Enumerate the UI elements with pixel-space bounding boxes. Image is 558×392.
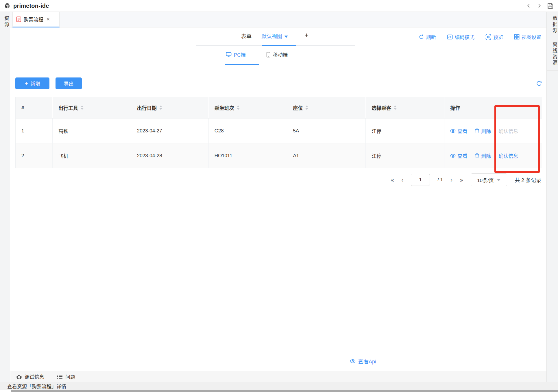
horizontal-scrollbar[interactable] xyxy=(11,390,558,392)
tab-mobile[interactable]: 移动端 xyxy=(266,51,288,58)
tab-default-view-label: 默认视图 xyxy=(261,34,282,39)
device-tab-bar: PC端 移动端 xyxy=(10,46,546,65)
cell-operations: 查看 删除 确认信息 xyxy=(444,143,542,168)
cell-index: 1 xyxy=(16,119,53,143)
delete-row-label: 删除 xyxy=(481,152,491,159)
first-page-button[interactable]: « xyxy=(391,177,394,183)
history-forward-icon[interactable] xyxy=(536,3,542,9)
tab-default-view[interactable]: 默认视图 xyxy=(261,32,288,40)
left-sidebar: 资源 xyxy=(0,12,10,382)
primeton-logo-icon xyxy=(4,2,11,9)
table-row: 2 飞机 2023-04-28 HO1011 A1 江停 查看 删除 确认信息 xyxy=(16,143,542,168)
sidebar-item-resources[interactable]: 资源 xyxy=(0,12,10,32)
tab-pc-label: PC端 xyxy=(234,51,246,58)
problems-button[interactable]: 问题 xyxy=(57,373,75,380)
cell-date: 2023-04-28 xyxy=(131,143,209,168)
cell-operations: 查看 删除 确认信息 xyxy=(444,119,542,143)
column-header-seat[interactable]: 座位 xyxy=(287,97,366,118)
debug-info-button[interactable]: 调试信息 xyxy=(16,373,44,380)
column-header-date[interactable]: 出行日期 xyxy=(131,97,209,118)
cell-passenger: 江停 xyxy=(366,119,444,143)
device-tab-active-indicator xyxy=(225,64,259,65)
view-toolbar: 表单 默认视图 + 刷新 编码模式 预览 视图设置 xyxy=(10,27,546,46)
total-pages-label: / 1 xyxy=(437,177,443,183)
column-header-label: 座位 xyxy=(293,104,303,111)
sort-icon[interactable] xyxy=(394,106,397,110)
delete-row-label: 删除 xyxy=(481,127,491,134)
editor-tab-label: 购票流程 xyxy=(24,16,43,23)
save-icon[interactable] xyxy=(547,2,554,10)
delete-row-button[interactable]: 删除 xyxy=(475,127,491,134)
view-api-label: 查看Api xyxy=(358,357,376,365)
page-number-input[interactable] xyxy=(411,174,430,186)
column-header-label: 出行日期 xyxy=(137,104,157,111)
add-view-button[interactable]: + xyxy=(305,32,308,39)
confirm-info-button-disabled: 确认信息 xyxy=(498,127,518,134)
column-header-operations: 操作 xyxy=(444,97,542,118)
view-row-button[interactable]: 查看 xyxy=(450,127,467,134)
refresh-icon xyxy=(419,34,424,40)
view-settings-label: 视图设置 xyxy=(522,33,541,40)
confirm-info-button[interactable]: 确认信息 xyxy=(498,152,518,159)
view-settings-button[interactable]: 视图设置 xyxy=(514,33,541,40)
cell-trip: G28 xyxy=(209,119,287,143)
sidebar-item-offline-resources[interactable]: 离线资源 xyxy=(547,38,558,71)
code-mode-button[interactable]: 编码模式 xyxy=(447,33,474,40)
prev-page-button[interactable]: ‹ xyxy=(402,177,404,183)
pagination: « ‹ / 1 › » 10条/页 共 2 条记录 xyxy=(391,173,541,186)
refresh-button[interactable]: 刷新 xyxy=(419,33,436,40)
tab-pc[interactable]: PC端 xyxy=(226,51,246,58)
column-header-label: # xyxy=(21,105,24,111)
export-button[interactable]: 导出 xyxy=(56,77,82,89)
right-sidebar: 数据源 离线资源 xyxy=(546,12,558,382)
column-header-passenger[interactable]: 选择乘客 xyxy=(366,97,444,118)
view-row-button[interactable]: 查看 xyxy=(450,152,467,159)
sort-icon[interactable] xyxy=(159,106,162,110)
tab-form[interactable]: 表单 xyxy=(241,32,252,40)
editor-tab-strip: 购票流程 ✕ xyxy=(10,12,546,27)
page-size-select[interactable]: 10条/页 xyxy=(471,173,507,186)
debug-info-label: 调试信息 xyxy=(25,373,44,380)
sort-icon[interactable] xyxy=(237,106,240,110)
table-refresh-icon[interactable] xyxy=(536,80,542,87)
add-button[interactable]: +新增 xyxy=(15,77,49,89)
close-tab-icon[interactable]: ✕ xyxy=(46,17,50,21)
table-bottom-border xyxy=(15,168,542,168)
chevron-down-icon xyxy=(284,36,288,38)
export-button-label: 导出 xyxy=(64,80,74,87)
grid-icon xyxy=(514,34,520,40)
code-mode-label: 编码模式 xyxy=(455,33,474,40)
app-title: primeton-ide xyxy=(13,3,49,9)
table-header-row: # 出行工具 出行日期 乘坐班次 座位 选择乘客 操作 xyxy=(16,97,542,118)
column-header-trip[interactable]: 乘坐班次 xyxy=(209,97,287,118)
editor-tab-ticket-flow[interactable]: 购票流程 ✕ xyxy=(12,12,60,27)
cell-seat: A1 xyxy=(287,143,366,168)
table-row: 1 高铁 2023-04-27 G28 5A 江停 查看 删除 确认信息 xyxy=(16,118,542,143)
cell-seat: 5A xyxy=(287,119,366,143)
column-header-vehicle[interactable]: 出行工具 xyxy=(53,97,131,118)
column-header-label: 出行工具 xyxy=(58,104,78,111)
mobile-icon xyxy=(266,52,271,58)
delete-row-button[interactable]: 删除 xyxy=(475,152,491,159)
eye-icon xyxy=(450,129,456,133)
eye-icon xyxy=(450,154,456,158)
add-button-label: 新增 xyxy=(30,80,40,87)
refresh-label: 刷新 xyxy=(426,33,436,40)
bottom-panel-bar: 调试信息 问题 xyxy=(10,371,546,382)
next-page-button[interactable]: › xyxy=(450,177,452,183)
last-page-button[interactable]: » xyxy=(460,177,463,183)
plus-icon: + xyxy=(25,81,28,86)
title-bar: primeton-ide xyxy=(0,0,558,12)
cell-passenger: 江停 xyxy=(366,143,444,168)
status-bar: 查看资源「购票流程」详情 xyxy=(0,382,558,390)
preview-button[interactable]: 预览 xyxy=(485,33,503,40)
sort-icon[interactable] xyxy=(305,106,308,110)
view-row-label: 查看 xyxy=(457,127,467,134)
history-back-icon[interactable] xyxy=(526,3,532,9)
cell-index: 2 xyxy=(16,143,53,168)
bug-icon xyxy=(16,374,22,380)
view-api-link[interactable]: 查看Api xyxy=(350,357,376,365)
sort-icon[interactable] xyxy=(81,106,84,110)
chevron-down-icon xyxy=(497,179,501,181)
sidebar-item-datasource[interactable]: 数据源 xyxy=(547,12,558,38)
